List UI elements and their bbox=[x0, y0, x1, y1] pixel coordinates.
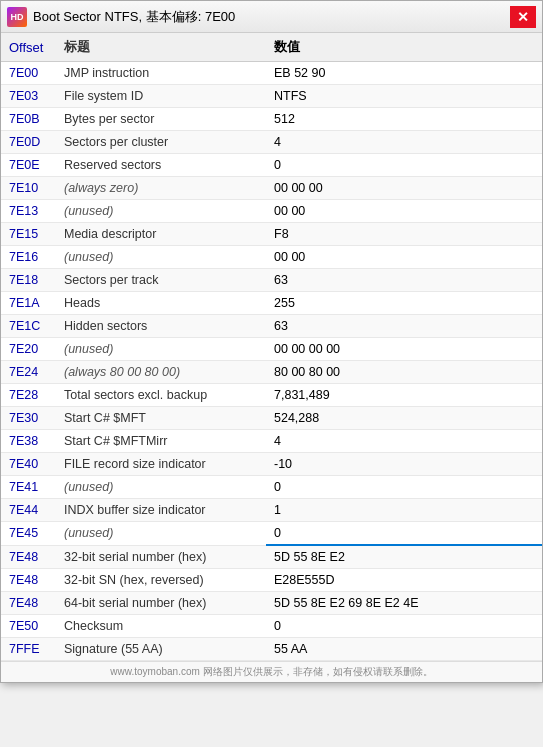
cell-label: Start C# $MFT bbox=[56, 407, 266, 430]
cell-label: Bytes per sector bbox=[56, 108, 266, 131]
cell-value: 1 bbox=[266, 499, 542, 522]
header-value: 数值 bbox=[266, 33, 542, 62]
cell-label: Total sectors excl. backup bbox=[56, 384, 266, 407]
cell-label: Sectors per cluster bbox=[56, 131, 266, 154]
cell-label: 32-bit SN (hex, reversed) bbox=[56, 569, 266, 592]
cell-value: 5D 55 8E E2 69 8E E2 4E bbox=[266, 592, 542, 615]
cell-label: Media descriptor bbox=[56, 223, 266, 246]
table-row: 7E4832-bit serial number (hex)5D 55 8E E… bbox=[1, 545, 542, 569]
cell-value: 63 bbox=[266, 315, 542, 338]
table-row: 7E38Start C# $MFTMirr4 bbox=[1, 430, 542, 453]
table-row: 7E16(unused)00 00 bbox=[1, 246, 542, 269]
table-container: Offset 标题 数值 7E00JMP instructionEB 52 90… bbox=[1, 33, 542, 661]
cell-value: NTFS bbox=[266, 85, 542, 108]
table-row: 7E00JMP instructionEB 52 90 bbox=[1, 62, 542, 85]
table-row: 7E44INDX buffer size indicator1 bbox=[1, 499, 542, 522]
cell-label: Reserved sectors bbox=[56, 154, 266, 177]
table-row: 7E30Start C# $MFT524,288 bbox=[1, 407, 542, 430]
cell-offset: 7E50 bbox=[1, 615, 56, 638]
table-row: 7E20(unused)00 00 00 00 bbox=[1, 338, 542, 361]
cell-offset: 7E1C bbox=[1, 315, 56, 338]
cell-offset: 7E40 bbox=[1, 453, 56, 476]
cell-offset: 7E45 bbox=[1, 522, 56, 546]
cell-offset: 7E13 bbox=[1, 200, 56, 223]
cell-label: Signature (55 AA) bbox=[56, 638, 266, 661]
close-button[interactable]: ✕ bbox=[510, 6, 536, 28]
cell-offset: 7E0D bbox=[1, 131, 56, 154]
window-title: Boot Sector NTFS, 基本偏移: 7E00 bbox=[33, 8, 510, 26]
table-row: 7E1AHeads255 bbox=[1, 292, 542, 315]
table-row: 7E03File system IDNTFS bbox=[1, 85, 542, 108]
header-label: 标题 bbox=[56, 33, 266, 62]
cell-value: 5D 55 8E E2 bbox=[266, 545, 542, 569]
table-row: 7E1CHidden sectors63 bbox=[1, 315, 542, 338]
cell-offset: 7E48 bbox=[1, 592, 56, 615]
window: HD Boot Sector NTFS, 基本偏移: 7E00 ✕ Offset… bbox=[0, 0, 543, 683]
table-row: 7FFESignature (55 AA)55 AA bbox=[1, 638, 542, 661]
cell-offset: 7E20 bbox=[1, 338, 56, 361]
cell-label: (unused) bbox=[56, 200, 266, 223]
cell-value: EB 52 90 bbox=[266, 62, 542, 85]
table-row: 7E24(always 80 00 80 00)80 00 80 00 bbox=[1, 361, 542, 384]
cell-offset: 7E00 bbox=[1, 62, 56, 85]
cell-label: (always 80 00 80 00) bbox=[56, 361, 266, 384]
cell-value: E28E555D bbox=[266, 569, 542, 592]
cell-label: Start C# $MFTMirr bbox=[56, 430, 266, 453]
table-row: 7E28Total sectors excl. backup7,831,489 bbox=[1, 384, 542, 407]
cell-value[interactable]: 0 bbox=[266, 522, 542, 546]
cell-offset: 7E0B bbox=[1, 108, 56, 131]
footer: www.toymoban.com 网络图片仅供展示，非存储，如有侵权请联系删除。 bbox=[1, 661, 542, 682]
cell-label: (unused) bbox=[56, 476, 266, 499]
cell-label: (unused) bbox=[56, 338, 266, 361]
cell-label: Checksum bbox=[56, 615, 266, 638]
app-icon: HD bbox=[7, 7, 27, 27]
cell-offset: 7E15 bbox=[1, 223, 56, 246]
cell-value: 0 bbox=[266, 154, 542, 177]
cell-value: 00 00 bbox=[266, 200, 542, 223]
cell-label: 64-bit serial number (hex) bbox=[56, 592, 266, 615]
cell-offset: 7E48 bbox=[1, 569, 56, 592]
cell-offset: 7E24 bbox=[1, 361, 56, 384]
boot-sector-table: Offset 标题 数值 7E00JMP instructionEB 52 90… bbox=[1, 33, 542, 661]
cell-offset: 7E10 bbox=[1, 177, 56, 200]
cell-label: 32-bit serial number (hex) bbox=[56, 545, 266, 569]
table-row: 7E0BBytes per sector512 bbox=[1, 108, 542, 131]
cell-label: Sectors per track bbox=[56, 269, 266, 292]
cell-label: File system ID bbox=[56, 85, 266, 108]
footer-text: www.toymoban.com 网络图片仅供展示，非存储，如有侵权请联系删除。 bbox=[110, 666, 432, 677]
table-row: 7E41(unused)0 bbox=[1, 476, 542, 499]
cell-label: Hidden sectors bbox=[56, 315, 266, 338]
cell-value: 00 00 00 bbox=[266, 177, 542, 200]
cell-offset: 7E28 bbox=[1, 384, 56, 407]
cell-value: 0 bbox=[266, 476, 542, 499]
table-row: 7E4864-bit serial number (hex)5D 55 8E E… bbox=[1, 592, 542, 615]
table-row: 7E10(always zero)00 00 00 bbox=[1, 177, 542, 200]
table-row: 7E4832-bit SN (hex, reversed)E28E555D bbox=[1, 569, 542, 592]
cell-value: 7,831,489 bbox=[266, 384, 542, 407]
cell-offset: 7E38 bbox=[1, 430, 56, 453]
cell-value: 512 bbox=[266, 108, 542, 131]
cell-offset: 7E41 bbox=[1, 476, 56, 499]
cell-value: 55 AA bbox=[266, 638, 542, 661]
cell-value: 80 00 80 00 bbox=[266, 361, 542, 384]
table-row: 7E13(unused)00 00 bbox=[1, 200, 542, 223]
cell-label: INDX buffer size indicator bbox=[56, 499, 266, 522]
cell-label: Heads bbox=[56, 292, 266, 315]
cell-value: -10 bbox=[266, 453, 542, 476]
cell-offset: 7E16 bbox=[1, 246, 56, 269]
cell-label: (unused) bbox=[56, 522, 266, 546]
table-row: 7E40FILE record size indicator-10 bbox=[1, 453, 542, 476]
cell-label: (always zero) bbox=[56, 177, 266, 200]
cell-value: 255 bbox=[266, 292, 542, 315]
table-header: Offset 标题 数值 bbox=[1, 33, 542, 62]
table-row: 7E15Media descriptorF8 bbox=[1, 223, 542, 246]
table-body: 7E00JMP instructionEB 52 907E03File syst… bbox=[1, 62, 542, 661]
cell-offset: 7FFE bbox=[1, 638, 56, 661]
cell-offset: 7E1A bbox=[1, 292, 56, 315]
table-row: 7E18Sectors per track63 bbox=[1, 269, 542, 292]
table-row: 7E0EReserved sectors0 bbox=[1, 154, 542, 177]
table-row: 7E45(unused)0 bbox=[1, 522, 542, 546]
cell-offset: 7E18 bbox=[1, 269, 56, 292]
cell-offset: 7E44 bbox=[1, 499, 56, 522]
cell-value: 63 bbox=[266, 269, 542, 292]
